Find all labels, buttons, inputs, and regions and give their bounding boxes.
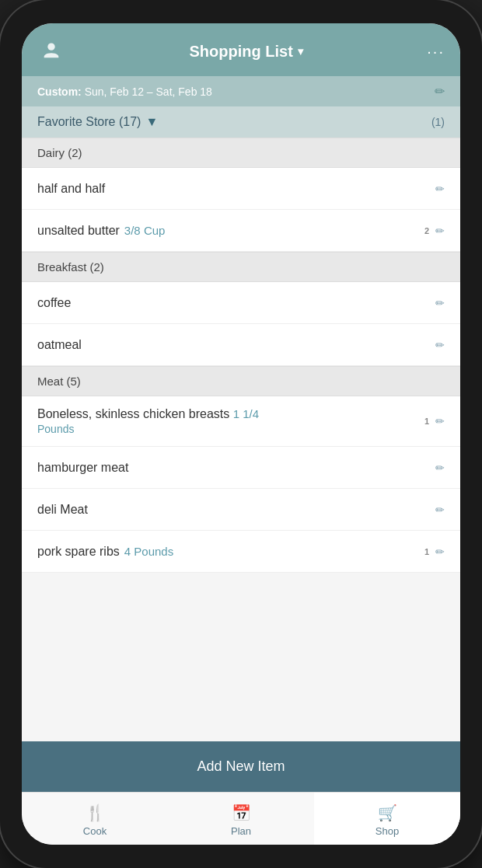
item-content: unsalted butter 3/8 Cup (37, 224, 424, 238)
item-quantity: 3/8 Cup (124, 224, 166, 237)
header-title-text: Shopping List (190, 43, 293, 61)
item-right: ✏ (432, 297, 445, 309)
item-badge: 1 (424, 417, 429, 426)
nav-shop[interactable]: 🛒 Shop (314, 793, 460, 845)
category-header-dairy: Dairy (2) (22, 138, 460, 168)
store-name: Favorite Store (17) (37, 115, 141, 129)
item-right: ✏ (432, 462, 445, 474)
phone-frame: Shopping List ▾ ··· Custom: Sun, Feb 12 … (0, 0, 482, 868)
item-name: half and half (37, 182, 105, 196)
item-right: ✏ (432, 339, 445, 351)
edit-icon[interactable]: ✏ (435, 297, 445, 309)
store-arrow-icon: ▼ (145, 115, 158, 129)
item-name: deli Meat (37, 503, 88, 517)
item-content: oatmeal (37, 338, 432, 352)
nav-plan[interactable]: 📅 Plan (168, 793, 314, 845)
item-right: ✏ (432, 183, 445, 195)
chevron-down-icon: ▾ (298, 45, 303, 58)
list-item[interactable]: unsalted butter 3/8 Cup 2 ✏ (22, 210, 460, 252)
list-item[interactable]: oatmeal ✏ (22, 324, 460, 366)
nav-cook-label: Cook (83, 825, 107, 837)
item-name-block: Boneless, skinless chicken breasts 1 1/4… (37, 407, 259, 435)
add-new-item-button[interactable]: Add New Item (22, 741, 460, 792)
more-options-button[interactable]: ··· (427, 43, 445, 61)
store-side-count: (1) (431, 116, 445, 128)
category-header-meat: Meat (5) (22, 366, 460, 396)
nav-shop-label: Shop (375, 825, 399, 837)
svg-point-0 (47, 44, 54, 51)
nav-cook[interactable]: 🍴 Cook (22, 793, 168, 845)
edit-icon[interactable]: ✏ (435, 504, 445, 516)
item-name: oatmeal (37, 338, 82, 352)
list-item[interactable]: coffee ✏ (22, 282, 460, 324)
store-bar[interactable]: Favorite Store (17) ▼ (1) (22, 106, 460, 138)
list-item[interactable]: pork spare ribs 4 Pounds 1 ✏ (22, 531, 460, 573)
date-label: Custom: (37, 85, 82, 98)
item-quantity: 1 1/4 (233, 407, 259, 420)
cook-icon: 🍴 (86, 804, 105, 822)
item-content: hamburger meat (37, 461, 432, 475)
list-item[interactable]: deli Meat ✏ (22, 489, 460, 531)
item-content: pork spare ribs 4 Pounds (37, 545, 424, 559)
date-range-text: Custom: Sun, Feb 12 – Sat, Feb 18 (37, 85, 212, 98)
shopping-list-content: Dairy (2) half and half ✏ unsalted butte… (22, 138, 460, 741)
edit-icon[interactable]: ✏ (435, 462, 445, 474)
list-item[interactable]: hamburger meat ✏ (22, 447, 460, 489)
item-badge: 1 (424, 547, 429, 556)
header: Shopping List ▾ ··· (22, 23, 460, 76)
edit-icon[interactable]: ✏ (435, 415, 445, 427)
item-right: 1 ✏ (424, 546, 445, 558)
person-icon (37, 37, 65, 65)
list-item[interactable]: half and half ✏ (22, 168, 460, 210)
list-item[interactable]: Boneless, skinless chicken breasts 1 1/4… (22, 396, 460, 447)
plan-icon: 📅 (232, 804, 251, 822)
item-badge: 2 (424, 226, 429, 235)
edit-icon[interactable]: ✏ (435, 339, 445, 351)
item-right: ✏ (432, 504, 445, 516)
item-name: Boneless, skinless chicken breasts (37, 407, 229, 420)
item-name: pork spare ribs (37, 545, 120, 559)
item-quantity: 4 Pounds (124, 545, 173, 558)
store-title: Favorite Store (17) ▼ (37, 115, 158, 129)
item-content: half and half (37, 182, 432, 196)
item-right: 2 ✏ (424, 225, 445, 237)
date-range: Sun, Feb 12 – Sat, Feb 18 (85, 85, 212, 98)
item-name: unsalted butter (37, 224, 120, 238)
nav-plan-label: Plan (231, 825, 251, 837)
bottom-nav: 🍴 Cook 📅 Plan 🛒 Shop (22, 792, 460, 845)
item-name: coffee (37, 296, 71, 310)
item-content: coffee (37, 296, 432, 310)
item-right: 1 ✏ (424, 415, 445, 427)
date-bar: Custom: Sun, Feb 12 – Sat, Feb 18 ✏ (22, 76, 460, 106)
item-content: Boneless, skinless chicken breasts 1 1/4… (37, 407, 424, 435)
date-edit-icon[interactable]: ✏ (435, 84, 445, 99)
item-sub: Pounds (37, 423, 259, 435)
edit-icon[interactable]: ✏ (435, 183, 445, 195)
item-name: hamburger meat (37, 461, 128, 475)
edit-icon[interactable]: ✏ (435, 546, 445, 558)
shop-icon: 🛒 (378, 804, 397, 822)
item-name-line: Boneless, skinless chicken breasts 1 1/4 (37, 407, 259, 421)
item-content: deli Meat (37, 503, 432, 517)
header-title[interactable]: Shopping List ▾ (190, 43, 303, 61)
category-header-breakfast: Breakfast (2) (22, 252, 460, 282)
edit-icon[interactable]: ✏ (435, 225, 445, 237)
phone-screen: Shopping List ▾ ··· Custom: Sun, Feb 12 … (22, 23, 460, 845)
